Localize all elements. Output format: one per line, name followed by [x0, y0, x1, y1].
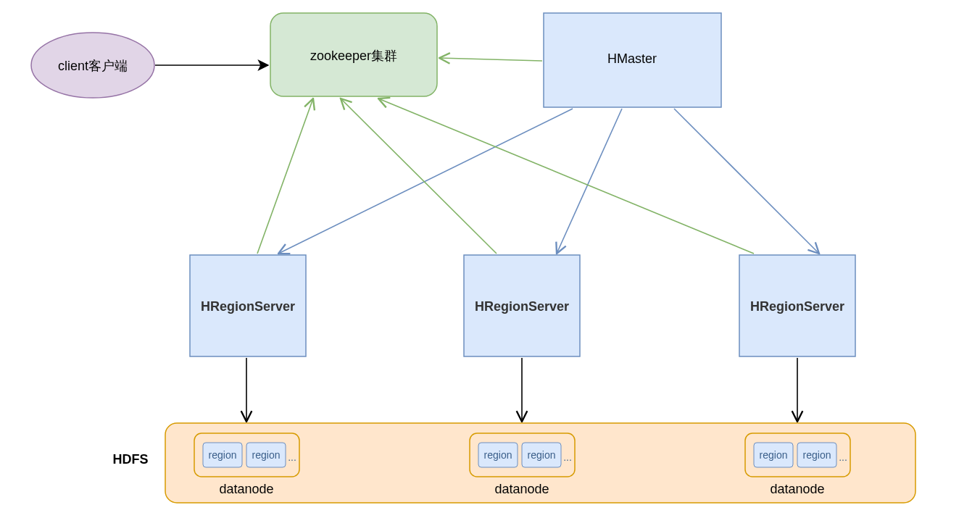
edge-hrs2-to-zookeeper [341, 99, 497, 254]
region-label: region [528, 449, 556, 461]
hregionserver-3: HRegionServer [739, 255, 855, 356]
edge-hmaster-to-hrs3 [674, 109, 819, 254]
hmaster-label: HMaster [607, 51, 657, 66]
region-label: region [252, 449, 281, 461]
hregionserver-1: HRegionServer [190, 255, 306, 356]
zookeeper-node: zookeeper集群 [270, 13, 437, 96]
region-label: region [484, 449, 512, 461]
hrs3-label: HRegionServer [750, 299, 844, 314]
ellipsis: ... [288, 451, 296, 463]
region-label: region [803, 449, 831, 461]
region-label: region [209, 449, 237, 461]
client-node: client客户端 [31, 33, 154, 98]
region-label: region [760, 449, 788, 461]
hmaster-node: HMaster [544, 13, 721, 107]
hrs2-label: HRegionServer [475, 299, 569, 314]
zookeeper-label: zookeeper集群 [310, 49, 397, 63]
edge-hrs1-to-zookeeper [257, 99, 313, 254]
hdfs-label: HDFS [113, 452, 149, 467]
datanode-label: datanode [219, 482, 273, 496]
client-label: client客户端 [58, 59, 128, 73]
edge-hmaster-to-hrs2 [557, 109, 622, 254]
hregionserver-2: HRegionServer [464, 255, 580, 356]
hrs1-label: HRegionServer [201, 299, 295, 314]
ellipsis: ... [563, 451, 572, 463]
datanode-label: datanode [770, 482, 824, 496]
ellipsis: ... [839, 451, 847, 463]
datanode-label: datanode [494, 482, 549, 496]
edge-hmaster-to-zookeeper [439, 58, 542, 61]
edge-hmaster-to-hrs1 [278, 109, 573, 254]
